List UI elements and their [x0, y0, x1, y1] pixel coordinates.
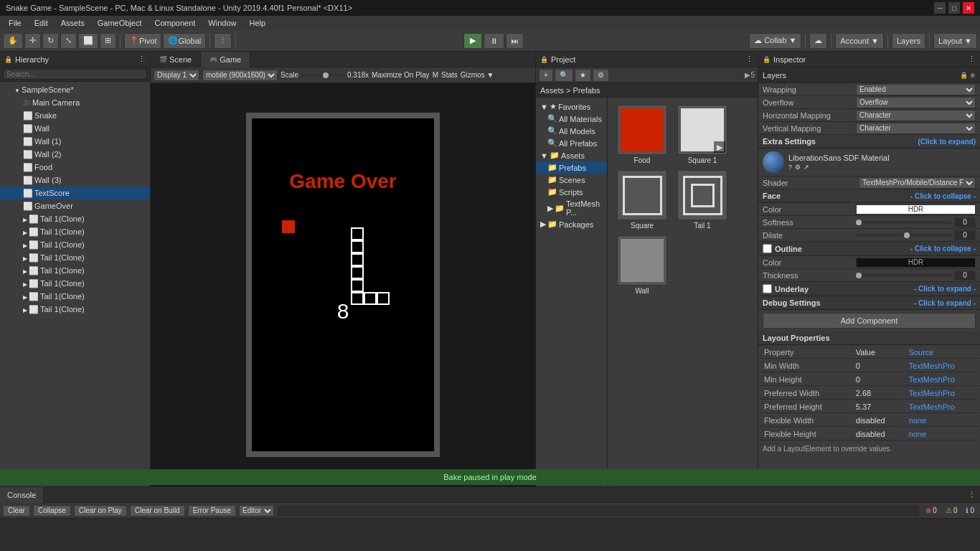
hierarchy-gameover[interactable]: ⬜ GameOver — [0, 199, 150, 212]
move-tool[interactable]: ✛ — [24, 33, 41, 49]
outline-section[interactable]: Outline - Click to collapse - — [758, 242, 980, 256]
prefabs-folder[interactable]: 📁 Prefabs — [536, 161, 607, 174]
scene-tab[interactable]: 🎬 Scene — [151, 52, 201, 67]
dilate-slider[interactable] — [856, 234, 951, 237]
console-error-pause-button[interactable]: Error Pause — [188, 505, 236, 517]
assets-root[interactable]: ▼ 📁 Assets — [536, 149, 607, 161]
stats-label[interactable]: Stats — [441, 71, 458, 79]
play-button[interactable]: ▶ — [463, 33, 482, 49]
hierarchy-tail4[interactable]: ⬜ Tail 1(Clone) — [0, 251, 150, 264]
global-button[interactable]: 🌐 Global — [163, 33, 206, 49]
face-section[interactable]: Face - Click to collapse - — [758, 189, 980, 203]
debug-section[interactable]: Debug Settings - Click to expand - — [758, 296, 980, 310]
console-collapse-button[interactable]: Collapse — [33, 505, 71, 517]
asset-wall[interactable]: Wall — [613, 234, 671, 296]
display-select[interactable]: Display 1 — [154, 70, 199, 81]
close-button[interactable]: ✕ — [963, 2, 974, 14]
assets-settings-button[interactable]: ⚙ — [593, 69, 609, 82]
horizontal-mapping-select[interactable]: Character — [856, 110, 976, 121]
menu-assets[interactable]: Assets — [55, 17, 90, 29]
hierarchy-scene-root[interactable]: SampleScene* — [0, 83, 150, 96]
hierarchy-textscore[interactable]: ⬜ TextScore — [0, 187, 150, 199]
shader-select[interactable]: TextMeshPro/Mobile/Distance F — [859, 177, 976, 189]
rect-tool[interactable]: ⬜ — [78, 33, 98, 49]
step-button[interactable]: ⏭ — [506, 33, 524, 49]
menu-help[interactable]: Help — [243, 17, 271, 29]
menu-file[interactable]: File — [3, 17, 27, 29]
asset-square[interactable]: Square — [613, 169, 671, 231]
collab-button[interactable]: ☁ Collab ▼ — [749, 33, 801, 49]
account-button[interactable]: Account ▼ — [835, 33, 884, 49]
console-tab[interactable]: Console — [0, 487, 44, 503]
asset-square1[interactable]: ▶ Square 1 — [674, 103, 731, 166]
outline-color-swatch[interactable]: HDR — [856, 258, 976, 268]
material-settings-icon[interactable]: ⚙ — [795, 164, 801, 171]
console-clear-button[interactable]: Clear — [3, 505, 30, 517]
add-component-button[interactable]: Add Component — [763, 313, 976, 329]
pause-button[interactable]: ⏸ — [484, 33, 504, 49]
all-materials-item[interactable]: 🔍 All Materials — [536, 113, 607, 125]
minimize-button[interactable]: ─ — [934, 2, 946, 14]
assets-search-button[interactable]: 🔍 — [555, 69, 573, 82]
console-search-input[interactable] — [277, 505, 920, 517]
resolution-select[interactable]: mobile (900x1600) — [202, 70, 278, 81]
hierarchy-wall3[interactable]: ⬜ Wall (3) — [0, 174, 150, 187]
asset-food[interactable]: Food — [613, 103, 671, 166]
mute-audio-label[interactable]: M — [433, 71, 438, 79]
hierarchy-snake[interactable]: ⬜ Snake — [0, 109, 150, 122]
material-help-icon[interactable]: ? — [788, 164, 792, 171]
hierarchy-tail2[interactable]: ⬜ Tail 1(Clone) — [0, 225, 150, 238]
hierarchy-tail1[interactable]: ⬜ Tail 1(Clone) — [0, 212, 150, 225]
hierarchy-tail7[interactable]: ⬜ Tail 1(Clone) — [0, 290, 150, 303]
softness-input[interactable] — [954, 217, 976, 227]
hand-tool[interactable]: ✋ — [3, 33, 23, 49]
console-kebab[interactable]: ⋮ — [963, 490, 980, 499]
inspector-menu-icon[interactable]: ⋮ — [968, 55, 976, 64]
layout-properties-section[interactable]: Layout Properties — [758, 331, 980, 345]
hierarchy-wall1[interactable]: ⬜ Wall (1) — [0, 135, 150, 148]
layers-button[interactable]: Layers — [892, 33, 925, 49]
menu-component[interactable]: Component — [149, 17, 201, 29]
hierarchy-tail5[interactable]: ⬜ Tail 1(Clone) — [0, 264, 150, 277]
hierarchy-tail8[interactable]: ⬜ Tail 1(Clone) — [0, 303, 150, 316]
overflow-select[interactable]: Overflow — [856, 97, 976, 108]
rotate-tool[interactable]: ↻ — [42, 33, 59, 49]
layout-button[interactable]: Layout ▼ — [933, 33, 977, 49]
hierarchy-search-input[interactable] — [3, 69, 147, 80]
wrapping-select[interactable]: Enabled Disabled — [856, 84, 976, 95]
underlay-checkbox[interactable] — [763, 284, 772, 293]
menu-gameobject[interactable]: GameObject — [92, 17, 148, 29]
outline-thickness-input[interactable] — [954, 270, 976, 281]
pivot-button[interactable]: 📍 Pivot — [124, 33, 161, 49]
textmesh-folder[interactable]: ▶ 📁 TextMesh P... — [536, 198, 607, 218]
hierarchy-menu-icon[interactable]: ⋮ — [138, 55, 146, 64]
assets-star-button[interactable]: ★ — [575, 69, 591, 82]
project-menu-icon[interactable]: ⋮ — [745, 55, 753, 64]
scale-slider[interactable] — [301, 74, 344, 77]
console-clear-on-play-button[interactable]: Clear on Play — [74, 505, 127, 517]
packages-folder[interactable]: ▶ 📁 Packages — [536, 218, 607, 230]
console-clear-on-build-button[interactable]: Clear on Build — [130, 505, 185, 517]
outline-checkbox[interactable] — [763, 244, 772, 253]
maximize-on-play-label[interactable]: Maximize On Play — [372, 71, 430, 79]
maximize-button[interactable]: □ — [948, 2, 960, 14]
console-editor-select[interactable]: Editor — [239, 505, 274, 517]
menu-window[interactable]: Window — [202, 17, 242, 29]
cloud-button[interactable]: ☁ — [809, 33, 827, 49]
all-models-item[interactable]: 🔍 All Models — [536, 125, 607, 137]
custom-snap-button[interactable]: ⋮ — [214, 33, 232, 49]
all-prefabs-item[interactable]: 🔍 All Prefabs — [536, 137, 607, 149]
asset-tail1[interactable]: Tail 1 — [674, 169, 731, 231]
favorites-header[interactable]: ▼ ★ Favorites — [536, 100, 607, 113]
material-arrow-icon[interactable]: ↗ — [804, 164, 809, 171]
menu-edit[interactable]: Edit — [29, 17, 54, 29]
scenes-folder[interactable]: 📁 Scenes — [536, 174, 607, 186]
scale-tool[interactable]: ⤡ — [60, 33, 77, 49]
hierarchy-tail6[interactable]: ⬜ Tail 1(Clone) — [0, 277, 150, 290]
outline-thickness-slider[interactable] — [856, 274, 951, 277]
underlay-section[interactable]: Underlay - Click to expand - — [758, 282, 980, 296]
hierarchy-main-camera[interactable]: 🎥 Main Camera — [0, 96, 150, 109]
vertical-mapping-select[interactable]: Character — [856, 123, 976, 134]
face-color-swatch[interactable]: HDR — [856, 204, 976, 215]
dilate-input[interactable] — [954, 230, 976, 240]
